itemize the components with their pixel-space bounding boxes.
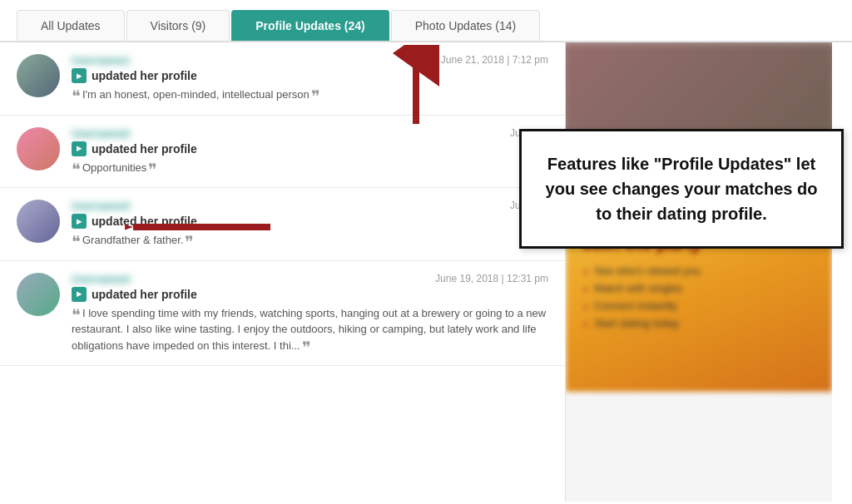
- update-quote: ❝I'm an honest, open-minded, intellectua…: [72, 86, 548, 103]
- tab-photo-updates[interactable]: Photo Updates (14): [391, 10, 540, 41]
- avatar: [17, 200, 60, 243]
- main-container: All Updates Visitors (9) Profile Updates…: [0, 0, 852, 504]
- action-label: updated her profile: [92, 288, 197, 301]
- sidebar-ad-items: See who's viewed you Match with singles …: [582, 264, 701, 334]
- annotation-text: Features like "Profile Updates" let you …: [545, 151, 818, 226]
- quote-text: I'm an honest, open-minded, intellectual…: [82, 88, 310, 101]
- update-item: Username1 updated her profile ❝I'm an ho…: [0, 42, 565, 116]
- quote-close: ❞: [302, 338, 311, 357]
- update-item: Username2 updated her profile ❝Opportuni…: [0, 116, 565, 189]
- tab-all-updates[interactable]: All Updates: [17, 10, 125, 41]
- tabs-bar: All Updates Visitors (9) Profile Updates…: [0, 0, 852, 42]
- tab-visitors[interactable]: Visitors (9): [126, 10, 230, 41]
- update-body: Username4 updated her profile ❝I love sp…: [72, 273, 548, 354]
- action-label: updated her profile: [92, 69, 197, 82]
- quote-open: ❝: [72, 161, 81, 179]
- quote-close: ❞: [311, 87, 320, 106]
- update-action: updated her profile: [72, 141, 548, 156]
- update-body: Username2 updated her profile ❝Opportuni…: [72, 127, 548, 176]
- username: Username2: [72, 127, 548, 140]
- update-action: updated her profile: [72, 68, 548, 83]
- avatar: [17, 273, 60, 316]
- update-quote: ❝Opportunities❞: [72, 160, 548, 176]
- timestamp: June 19, 2018 | 12:31 pm: [435, 273, 548, 284]
- update-item: Username4 updated her profile ❝I love sp…: [0, 261, 565, 367]
- list-item: Start dating today: [582, 317, 701, 329]
- arrow-up-svg: [366, 45, 466, 128]
- action-icon: [72, 68, 87, 83]
- quote-text: Opportunities: [82, 161, 146, 174]
- list-item: Match with singles: [582, 282, 701, 294]
- updates-list: Username1 updated her profile ❝I'm an ho…: [0, 42, 566, 502]
- quote-close: ❞: [148, 161, 157, 179]
- list-item: Connect instantly: [582, 299, 701, 312]
- sidebar: Join the party See who's viewed you Matc…: [566, 42, 832, 502]
- avatar: [17, 127, 60, 170]
- avatar: [17, 54, 60, 97]
- update-quote: ❝I love spending time with my friends, w…: [72, 305, 548, 354]
- action-icon: [72, 214, 87, 229]
- annotation-box: Features like "Profile Updates" let you …: [519, 129, 844, 249]
- list-item: See who's viewed you: [582, 264, 701, 277]
- update-item: Username3 updated her profile ❝Grandfath…: [0, 188, 565, 261]
- action-icon: [72, 287, 87, 302]
- tab-profile-updates[interactable]: Profile Updates (24): [231, 10, 389, 41]
- update-action: updated her profile: [72, 287, 548, 302]
- quote-open: ❝: [72, 87, 81, 106]
- quote-open: ❝: [72, 233, 81, 251]
- action-icon: [72, 141, 87, 156]
- arrow-left-svg: [125, 206, 275, 248]
- quote-open: ❝: [72, 306, 81, 324]
- action-label: updated her profile: [92, 142, 197, 156]
